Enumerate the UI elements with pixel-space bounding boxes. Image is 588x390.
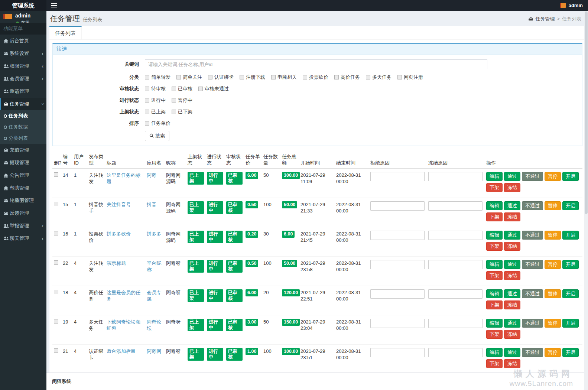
reject-reason-input[interactable] (370, 201, 425, 211)
row-checkbox[interactable] (54, 290, 58, 294)
filter-checkbox-option[interactable]: 进行中 (145, 97, 166, 104)
sidebar-subitem-1[interactable]: 任务数据 (0, 121, 46, 133)
reject-button[interactable]: 不通过 (522, 289, 543, 298)
freeze-button[interactable]: 冻结 (504, 212, 520, 221)
checkbox-icon[interactable] (145, 98, 149, 103)
row-checkbox[interactable] (54, 172, 58, 177)
pause-button[interactable]: 暂停 (545, 289, 561, 298)
sidebar-item-1[interactable]: 系统设置‹ (0, 47, 46, 60)
offshelf-button[interactable]: 下架 (486, 300, 503, 309)
sidebar-item-10[interactable]: 轮播图管理 (0, 194, 46, 207)
checkbox-icon[interactable] (397, 75, 402, 79)
start-button[interactable]: 开启 (562, 260, 579, 269)
offshelf-button[interactable]: 下架 (486, 212, 503, 221)
freeze-reason-input[interactable] (428, 231, 483, 240)
sidebar-item-9[interactable]: 帮助管理 (0, 182, 46, 194)
approve-button[interactable]: 通过 (504, 231, 520, 240)
offshelf-button[interactable]: 下架 (486, 242, 503, 251)
checkbox-icon[interactable] (334, 75, 339, 79)
pause-button[interactable]: 暂停 (545, 172, 561, 181)
task-title-link[interactable]: 下载阿奇论坛领红包 (107, 319, 140, 331)
task-title-link[interactable]: 演示标题 (107, 260, 126, 266)
checkbox-icon[interactable] (145, 75, 149, 79)
sidebar-subitem-0[interactable]: 任务列表 (0, 110, 46, 121)
pause-button[interactable]: 暂停 (545, 201, 561, 210)
reject-reason-input[interactable] (370, 319, 425, 328)
sidebar-item-8[interactable]: 公告管理 (0, 169, 46, 182)
start-button[interactable]: 开启 (562, 231, 579, 240)
start-button[interactable]: 开启 (562, 289, 579, 298)
edit-button[interactable]: 编辑 (486, 172, 503, 181)
app-name-link[interactable]: 平台昵称 (147, 260, 161, 272)
reject-reason-input[interactable] (370, 260, 425, 269)
row-checkbox[interactable] (54, 202, 58, 206)
app-name-link[interactable]: 阿奇论坛 (147, 319, 161, 331)
app-name-link[interactable]: 阿奇网 (147, 348, 161, 354)
pause-button[interactable]: 暂停 (545, 319, 561, 328)
checkbox-icon[interactable] (271, 75, 276, 79)
filter-checkbox-option[interactable]: 简单关注 (176, 74, 202, 81)
approve-button[interactable]: 通过 (504, 289, 520, 298)
start-button[interactable]: 开启 (562, 319, 579, 328)
filter-checkbox-option[interactable]: 暂停中 (172, 97, 192, 104)
freeze-reason-input[interactable] (428, 260, 483, 269)
edit-button[interactable]: 编辑 (486, 319, 503, 328)
filter-checkbox-option[interactable]: 已下架 (172, 108, 192, 115)
tab-task-list[interactable]: 任务列表 (49, 26, 82, 39)
task-title-link[interactable]: 这里是任务的标题 (107, 172, 140, 184)
app-name-link[interactable]: 抖音 (147, 202, 156, 207)
offshelf-button[interactable]: 下架 (486, 271, 503, 280)
filter-checkbox-option[interactable]: 简单转发 (145, 74, 170, 81)
filter-checkbox-option[interactable]: 多天任务 (366, 74, 392, 81)
freeze-button[interactable]: 冻结 (504, 359, 520, 368)
filter-checkbox-option[interactable]: 待审核 (145, 85, 166, 92)
checkbox-icon[interactable] (303, 75, 307, 79)
checkbox-icon[interactable] (145, 121, 149, 126)
row-checkbox[interactable] (54, 260, 58, 265)
search-button[interactable]: 搜索 (145, 131, 169, 141)
filter-panel-title[interactable]: 筛选 (53, 44, 582, 55)
checkbox-icon[interactable] (366, 75, 370, 79)
scrollbar-thumb[interactable] (585, 12, 588, 214)
freeze-button[interactable]: 冻结 (504, 300, 520, 309)
checkbox-icon[interactable] (172, 98, 176, 103)
reject-button[interactable]: 不通过 (522, 172, 543, 181)
filter-checkbox-option[interactable]: 已上架 (145, 108, 166, 115)
approve-button[interactable]: 通过 (504, 201, 520, 210)
row-checkbox[interactable] (54, 348, 58, 353)
start-button[interactable]: 开启 (562, 348, 579, 357)
sidebar-item-3[interactable]: 会员管理‹ (0, 72, 46, 85)
sidebar-item-2[interactable]: 权限管理‹ (0, 60, 46, 72)
freeze-reason-input[interactable] (428, 201, 483, 211)
task-title-link[interactable]: 拼多多砍价 (107, 231, 131, 237)
filter-checkbox-option[interactable]: 网页注册 (397, 74, 423, 81)
sidebar-item-11[interactable]: 反馈管理 (0, 207, 46, 220)
freeze-button[interactable]: 冻结 (504, 242, 520, 251)
app-logo[interactable]: 管理系统 (0, 0, 46, 11)
start-button[interactable]: 开启 (562, 172, 579, 181)
reject-button[interactable]: 不通过 (522, 231, 543, 240)
edit-button[interactable]: 编辑 (486, 289, 503, 298)
freeze-reason-input[interactable] (428, 172, 483, 181)
filter-checkbox-option[interactable]: 审核未通过 (198, 85, 229, 92)
approve-button[interactable]: 通过 (504, 172, 520, 181)
checkbox-icon[interactable] (145, 87, 149, 91)
sidebar-toggle-icon[interactable] (51, 3, 57, 7)
filter-checkbox-option[interactable]: 投票砍价 (303, 74, 328, 81)
breadcrumb-section[interactable]: 任务管理 (535, 16, 555, 22)
approve-button[interactable]: 通过 (504, 348, 520, 357)
reject-button[interactable]: 不通过 (522, 201, 543, 210)
approve-button[interactable]: 通过 (504, 319, 520, 328)
task-title-link[interactable]: 关注抖音号 (107, 202, 131, 207)
edit-button[interactable]: 编辑 (486, 201, 503, 210)
task-title-link[interactable]: 这里是会员的任务 (107, 290, 140, 302)
edit-button[interactable]: 编辑 (486, 231, 503, 240)
pause-button[interactable]: 暂停 (545, 260, 561, 269)
checkbox-icon[interactable] (208, 75, 212, 79)
app-name-link[interactable]: 阿奇 (147, 172, 156, 178)
edit-button[interactable]: 编辑 (486, 348, 503, 357)
freeze-button[interactable]: 冻结 (504, 330, 520, 339)
scrollbar-track[interactable] (584, 11, 588, 390)
filter-checkbox-option[interactable]: 注册下载 (240, 74, 265, 81)
reject-button[interactable]: 不通过 (522, 348, 543, 357)
